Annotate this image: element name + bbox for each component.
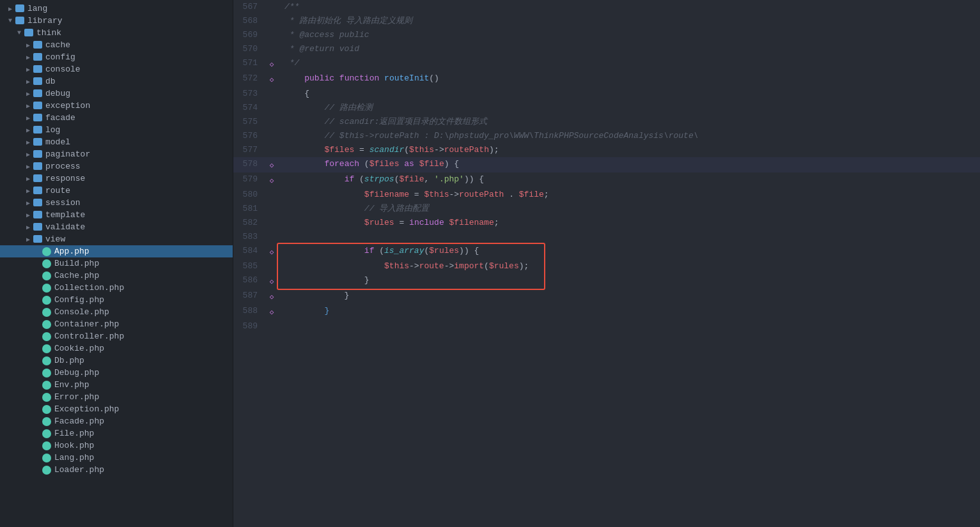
folder-arrow-icon: ▶	[5, 5, 15, 13]
file-icon	[42, 356, 51, 365]
gutter-icon: ◇	[270, 248, 274, 256]
line-number: 569	[233, 28, 265, 42]
sidebar-item-lang[interactable]: ▶lang	[0, 3, 233, 15]
sidebar-item-log[interactable]: ▶log	[0, 124, 233, 136]
folder-arrow-icon: ▶	[23, 199, 33, 207]
sidebar-item-debug[interactable]: ▶debug	[0, 88, 233, 100]
sidebar-item-Loader.php[interactable]: Loader.php	[0, 464, 233, 476]
sidebar-item-Config.php[interactable]: Config.php	[0, 294, 233, 306]
folder-arrow-icon: ▶	[23, 175, 33, 183]
folder-icon	[33, 126, 42, 134]
tree-item-label: Error.php	[54, 392, 99, 402]
folder-arrow-icon: ▶	[23, 224, 33, 231]
sidebar-item-Lang.php[interactable]: Lang.php	[0, 452, 233, 464]
code-content: {	[278, 87, 980, 101]
sidebar-item-template[interactable]: ▶template	[0, 209, 233, 221]
gutter-cell	[265, 319, 278, 333]
folder-arrow-icon: ▶	[23, 78, 33, 86]
code-line: 572◇ public function routeInit()	[233, 72, 980, 87]
gutter-cell	[265, 28, 278, 42]
sidebar-item-Controller.php[interactable]: Controller.php	[0, 330, 233, 342]
line-number: 584	[233, 244, 265, 259]
sidebar-item-Facade.php[interactable]: Facade.php	[0, 415, 233, 427]
tree-item-label: library	[27, 16, 63, 26]
gutter-cell	[265, 101, 278, 115]
code-line: 571◇ */	[233, 56, 980, 72]
file-icon	[42, 296, 51, 305]
sidebar-item-process[interactable]: ▶process	[0, 160, 233, 172]
folder-icon	[15, 17, 24, 24]
sidebar-item-Cache.php[interactable]: Cache.php	[0, 270, 233, 282]
sidebar-item-exception[interactable]: ▶exception	[0, 100, 233, 112]
sidebar-item-Env.php[interactable]: Env.php	[0, 379, 233, 391]
folder-icon	[33, 223, 42, 231]
folder-arrow-icon: ▶	[23, 66, 33, 73]
code-line: 580 $filename = $this->routePath . $file…	[233, 188, 980, 202]
tree-item-label: Collection.php	[54, 283, 124, 293]
sidebar-item-App.php[interactable]: App.php	[0, 245, 233, 257]
sidebar-item-Cookie.php[interactable]: Cookie.php	[0, 342, 233, 355]
sidebar-item-Hook.php[interactable]: Hook.php	[0, 439, 233, 452]
sidebar-item-config[interactable]: ▶config	[0, 51, 233, 63]
code-content	[278, 319, 980, 333]
folder-arrow-icon: ▶	[23, 126, 33, 134]
folder-icon	[24, 29, 33, 36]
code-content: $rules = include $filename;	[278, 216, 980, 230]
sidebar-item-paginator[interactable]: ▶paginator	[0, 148, 233, 160]
file-icon	[42, 466, 51, 475]
sidebar-item-Collection.php[interactable]: Collection.php	[0, 282, 233, 294]
sidebar-item-view[interactable]: ▶view	[0, 233, 233, 245]
sidebar-item-console[interactable]: ▶console	[0, 63, 233, 75]
folder-icon	[33, 138, 42, 146]
line-number: 578	[233, 157, 265, 172]
tree-item-label: session	[45, 198, 81, 208]
folder-icon	[33, 162, 42, 170]
gutter-icon: ◇	[270, 61, 274, 68]
sidebar-item-session[interactable]: ▶session	[0, 197, 233, 209]
folder-icon	[33, 89, 42, 97]
sidebar-item-File.php[interactable]: File.php	[0, 427, 233, 439]
sidebar-item-Db.php[interactable]: Db.php	[0, 355, 233, 367]
sidebar-item-library[interactable]: ▼library	[0, 15, 233, 27]
tree-item-label: Container.php	[54, 319, 119, 329]
folder-arrow-icon: ▶	[23, 102, 33, 110]
tree-item-label: model	[45, 137, 70, 147]
folder-icon	[33, 150, 42, 158]
sidebar-item-think[interactable]: ▼think	[0, 27, 233, 39]
code-content: * 路由初始化 导入路由定义规则	[278, 14, 980, 28]
sidebar-item-response[interactable]: ▶response	[0, 172, 233, 185]
line-number: 581	[233, 202, 265, 216]
tree-item-label: think	[36, 28, 61, 38]
code-content: */	[278, 56, 980, 72]
code-content: * @return void	[278, 42, 980, 56]
tree-item-label: console	[45, 65, 81, 74]
sidebar-item-validate[interactable]: ▶validate	[0, 221, 233, 233]
code-content: if (strpos($file, '.php')) {	[278, 172, 980, 188]
code-content: }	[278, 304, 980, 319]
folder-arrow-icon: ▼	[5, 17, 15, 24]
sidebar-item-db[interactable]: ▶db	[0, 75, 233, 88]
code-line: 575 // scandir:返回置项目录的文件数组形式	[233, 115, 980, 129]
sidebar-item-facade[interactable]: ▶facade	[0, 112, 233, 124]
sidebar-item-Debug.php[interactable]: Debug.php	[0, 367, 233, 379]
sidebar-item-Container.php[interactable]: Container.php	[0, 318, 233, 330]
tree-item-label: config	[45, 52, 75, 62]
sidebar-item-cache[interactable]: ▶cache	[0, 39, 233, 51]
code-content: foreach ($files as $file) {	[278, 157, 980, 172]
sidebar-item-Exception.php[interactable]: Exception.php	[0, 403, 233, 415]
sidebar-item-model[interactable]: ▶model	[0, 136, 233, 148]
sidebar-item-Console.php[interactable]: Console.php	[0, 306, 233, 318]
folder-arrow-icon: ▶	[23, 42, 33, 49]
code-line: 587◇ }	[233, 289, 980, 304]
sidebar-item-Build.php[interactable]: Build.php	[0, 257, 233, 270]
file-icon	[42, 454, 51, 462]
tree-item-label: Loader.php	[54, 465, 104, 475]
file-icon	[42, 344, 51, 353]
file-icon	[42, 259, 51, 268]
gutter-icon: ◇	[270, 177, 274, 185]
sidebar-item-route[interactable]: ▶route	[0, 185, 233, 197]
tree-item-label: log	[45, 125, 60, 135]
gutter-cell	[265, 259, 278, 273]
sidebar-item-Error.php[interactable]: Error.php	[0, 391, 233, 403]
folder-arrow-icon: ▶	[23, 90, 33, 98]
